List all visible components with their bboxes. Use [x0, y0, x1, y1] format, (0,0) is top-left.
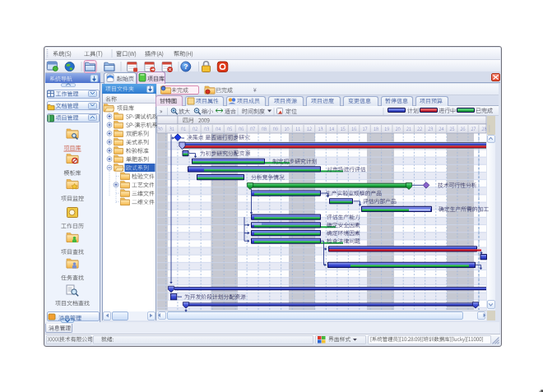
svg-text:?: ? [183, 62, 188, 71]
